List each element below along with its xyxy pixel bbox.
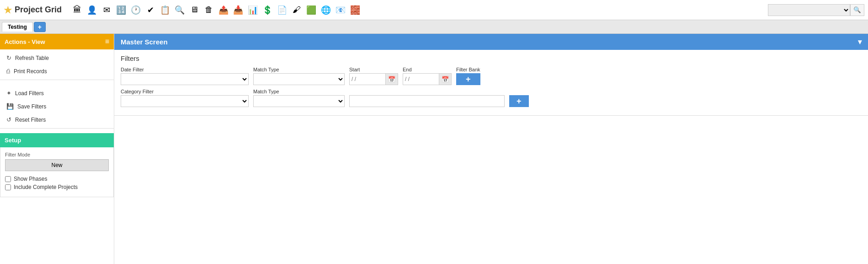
envelope-icon[interactable]: 📧 xyxy=(334,4,347,16)
filter-bank-label: Filter Bank xyxy=(456,67,480,72)
save-icon: 💾 xyxy=(6,103,14,110)
mail-icon[interactable]: ✉ xyxy=(100,4,113,16)
refresh-label: Refresh Table xyxy=(15,55,49,61)
star-icon: ★ xyxy=(4,5,12,16)
print-icon: ⎙ xyxy=(6,68,10,75)
chart-icon[interactable]: 📊 xyxy=(246,4,259,16)
search-icon[interactable]: 🔍 xyxy=(173,4,186,16)
end-date-group: End 📅 xyxy=(403,67,452,85)
match-type-label: Match Type xyxy=(253,67,345,72)
sidebar-menu-icon[interactable]: ≡ xyxy=(105,38,109,46)
top-bar: ★ Project Grid 🏛 👤 ✉ 🔢 🕐 ✔ 📋 🔍 🖥 🗑 📤 📥 📊… xyxy=(0,0,868,20)
actions-header-label: Actions - View xyxy=(5,38,45,45)
sidebar-filter-items: ✦ Load Filters 💾 Save Filters ↺ Reset Fi… xyxy=(0,85,114,129)
category-match-type-select[interactable] xyxy=(253,95,345,107)
reset-filters-label: Reset Filters xyxy=(15,117,46,123)
date-filter-select[interactable] xyxy=(121,73,249,85)
sidebar-item-save-filters[interactable]: 💾 Save Filters xyxy=(0,100,114,113)
bank-icon[interactable]: 🏛 xyxy=(71,4,84,16)
start-date-input[interactable] xyxy=(349,73,386,85)
main-content: Master Screen ▾ Filters Date Filter Matc… xyxy=(114,34,868,264)
date-filter-label: Date Filter xyxy=(121,67,249,72)
include-complete-label: Include Complete Projects xyxy=(14,184,78,190)
date-filter-row: Date Filter Match Type Start 📅 xyxy=(121,67,862,85)
print-label: Print Records xyxy=(14,68,47,75)
upload-icon[interactable]: 📤 xyxy=(217,4,230,16)
load-icon: ✦ xyxy=(6,90,11,97)
filter-mode-label: Filter Mode xyxy=(5,152,109,157)
setup-header: Setup xyxy=(0,133,114,147)
start-date-wrapper: 📅 xyxy=(349,73,398,85)
show-phases-checkbox[interactable] xyxy=(5,176,11,182)
start-date-calendar-button[interactable]: 📅 xyxy=(386,73,398,85)
category-filter-select[interactable] xyxy=(121,95,249,107)
start-date-group: Start 📅 xyxy=(349,67,398,85)
clock-icon[interactable]: 🕐 xyxy=(129,4,142,16)
filter-mode-button[interactable]: New xyxy=(5,159,109,171)
save-filters-label: Save Filters xyxy=(17,103,46,110)
brick-icon[interactable]: 🧱 xyxy=(349,4,362,16)
sidebar-divider xyxy=(0,80,114,85)
search-area: 🔍 xyxy=(768,4,864,16)
calendar-num-icon[interactable]: 🔢 xyxy=(115,4,128,16)
sidebar-item-load-filters[interactable]: ✦ Load Filters xyxy=(0,86,114,100)
master-screen-header: Master Screen ▾ xyxy=(114,34,868,50)
document-icon[interactable]: 📄 xyxy=(276,4,288,16)
green-box-icon[interactable]: 🟩 xyxy=(305,4,318,16)
actions-header: Actions - View ≡ xyxy=(0,34,114,49)
master-screen-chevron[interactable]: ▾ xyxy=(858,38,862,46)
person-icon[interactable]: 👤 xyxy=(85,4,98,16)
check-icon[interactable]: ✔ xyxy=(144,4,157,16)
filters-title: Filters xyxy=(121,54,862,62)
include-complete-checkbox[interactable] xyxy=(5,184,11,190)
setup-body: Filter Mode New Show Phases Include Comp… xyxy=(0,147,114,197)
toolbar-icons: 🏛 👤 ✉ 🔢 🕐 ✔ 📋 🔍 🖥 🗑 📤 📥 📊 💲 📄 🖌 🟩 🌐 📧 🧱 xyxy=(71,4,768,16)
download-icon[interactable]: 📥 xyxy=(232,4,245,16)
match-type-group: Match Type xyxy=(253,67,345,85)
dollar-icon[interactable]: 💲 xyxy=(261,4,274,16)
category-match-type-label: Match Type xyxy=(253,89,345,94)
setup-header-label: Setup xyxy=(5,137,21,144)
trash-icon[interactable]: 🗑 xyxy=(202,4,215,16)
sidebar: Actions - View ≡ ↻ Refresh Table ⎙ Print… xyxy=(0,34,114,264)
search-select[interactable] xyxy=(768,4,850,16)
start-label: Start xyxy=(349,67,398,72)
match-type-select[interactable] xyxy=(253,73,345,85)
paint-icon[interactable]: 🖌 xyxy=(290,4,303,16)
globe-icon[interactable]: 🌐 xyxy=(320,4,332,16)
setup-section: Setup Filter Mode New Show Phases Includ… xyxy=(0,133,114,197)
sidebar-item-print[interactable]: ⎙ Print Records xyxy=(0,65,114,78)
master-screen-title: Master Screen xyxy=(121,38,168,46)
reset-icon: ↺ xyxy=(6,116,11,123)
main-layout: Actions - View ≡ ↻ Refresh Table ⎙ Print… xyxy=(0,34,868,264)
end-date-calendar-button[interactable]: 📅 xyxy=(439,73,452,85)
end-date-input[interactable] xyxy=(403,73,439,85)
search-button[interactable]: 🔍 xyxy=(850,4,864,16)
add-date-filter-button[interactable]: + xyxy=(456,73,480,85)
app-title: ★ Project Grid xyxy=(4,5,62,16)
end-label: End xyxy=(403,67,452,72)
add-category-filter-button[interactable]: + xyxy=(509,95,529,107)
category-match-type-group: Match Type xyxy=(253,89,345,107)
tab-testing[interactable]: Testing xyxy=(2,22,33,32)
monitor-icon[interactable]: 🖥 xyxy=(188,4,201,16)
app-title-text: Project Grid xyxy=(15,5,62,15)
filters-section: Filters Date Filter Match Type Start xyxy=(114,50,868,116)
category-add-group: + xyxy=(509,94,529,107)
category-text-group xyxy=(349,94,505,107)
load-filters-label: Load Filters xyxy=(15,90,44,97)
include-complete-item: Include Complete Projects xyxy=(5,184,109,190)
sidebar-item-refresh[interactable]: ↻ Refresh Table xyxy=(0,51,114,65)
category-text-input[interactable] xyxy=(349,95,505,107)
grid-icon[interactable]: 📋 xyxy=(159,4,171,16)
category-filter-label: Category Filter xyxy=(121,89,249,94)
tab-bar: Testing + xyxy=(0,20,868,34)
category-filter-row: Category Filter Match Type xyxy=(121,89,862,107)
sidebar-action-items: ↻ Refresh Table ⎙ Print Records xyxy=(0,49,114,80)
show-phases-label: Show Phases xyxy=(14,176,47,182)
show-phases-item: Show Phases xyxy=(5,176,109,182)
tab-add-button[interactable]: + xyxy=(34,22,46,32)
filter-bank-group: Filter Bank + xyxy=(456,67,480,85)
sidebar-item-reset-filters[interactable]: ↺ Reset Filters xyxy=(0,113,114,126)
category-filter-group: Category Filter xyxy=(121,89,249,107)
